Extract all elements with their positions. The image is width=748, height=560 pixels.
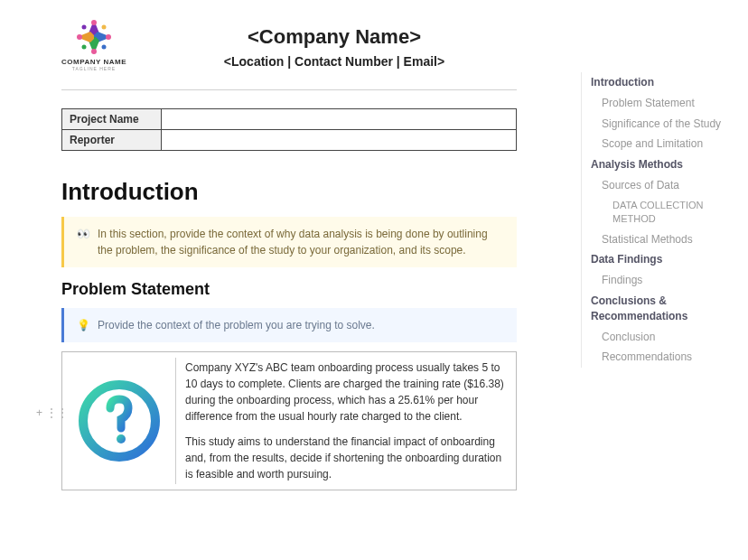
- add-block-button[interactable]: +: [36, 406, 42, 419]
- introduction-heading[interactable]: Introduction: [61, 178, 517, 206]
- toc-item[interactable]: Introduction: [582, 72, 739, 93]
- table-of-contents: IntroductionProblem StatementSignificanc…: [581, 72, 739, 368]
- problem-statement-content-block[interactable]: Company XYZ's ABC team onboarding proces…: [61, 351, 517, 490]
- svg-point-7: [82, 25, 87, 30]
- svg-point-6: [82, 45, 87, 50]
- table-row: Reporter: [62, 130, 517, 151]
- introduction-callout[interactable]: 👀 In this section, provide the context o…: [61, 217, 517, 267]
- question-mark-icon: [74, 376, 164, 466]
- svg-point-3: [77, 34, 82, 40]
- svg-point-5: [102, 45, 107, 50]
- svg-point-4: [102, 25, 107, 30]
- block-controls: + ⋮⋮: [36, 406, 68, 419]
- logo-tagline-text: TAGLINE HERE: [61, 66, 126, 71]
- problem-statement-heading[interactable]: Problem Statement: [61, 280, 517, 299]
- contact-line-placeholder[interactable]: <Location | Contact Number | Email>: [126, 54, 542, 69]
- svg-point-1: [106, 34, 111, 40]
- problem-body-p1: Company XYZ's ABC team onboarding proces…: [185, 359, 507, 425]
- eyes-icon: 👀: [77, 226, 90, 258]
- toc-item[interactable]: DATA COLLECTION METHOD: [582, 196, 739, 229]
- toc-item[interactable]: Statistical Methods: [582, 229, 739, 250]
- title-block: <Company Name> <Location | Contact Numbe…: [126, 18, 542, 69]
- project-name-label: Project Name: [62, 109, 162, 130]
- problem-body-p2: This study aims to understand the financ…: [185, 434, 507, 482]
- header-divider: [61, 89, 517, 90]
- logo-icon: [72, 18, 116, 56]
- table-row: Project Name: [62, 109, 517, 130]
- content-image-cell: [68, 358, 176, 484]
- content-text-cell[interactable]: Company XYZ's ABC team onboarding proces…: [182, 358, 510, 484]
- drag-handle-icon[interactable]: ⋮⋮: [46, 406, 68, 419]
- logo-company-text: COMPANY NAME: [61, 58, 126, 66]
- problem-statement-callout[interactable]: 💡 Provide the context of the problem you…: [61, 308, 517, 342]
- toc-item[interactable]: Findings: [582, 270, 739, 291]
- company-name-placeholder[interactable]: <Company Name>: [126, 25, 542, 49]
- svg-point-2: [91, 49, 97, 54]
- svg-point-0: [91, 20, 97, 25]
- toc-item[interactable]: Sources of Data: [582, 175, 739, 196]
- lightbulb-icon: 💡: [77, 317, 90, 333]
- toc-item[interactable]: Data Findings: [582, 249, 739, 270]
- project-info-table: Project Name Reporter: [61, 108, 517, 151]
- toc-item[interactable]: Conclusions & Recommendations: [582, 291, 739, 327]
- document-body: COMPANY NAME TAGLINE HERE <Company Name>…: [0, 0, 578, 490]
- toc-item[interactable]: Conclusion: [582, 327, 739, 348]
- toc-item[interactable]: Problem Statement: [582, 93, 739, 114]
- introduction-callout-text: In this section, provide the context of …: [98, 226, 504, 258]
- toc-item[interactable]: Significance of the Study: [582, 114, 739, 135]
- svg-point-9: [117, 434, 126, 443]
- toc-item[interactable]: Recommendations: [582, 347, 739, 368]
- company-logo: COMPANY NAME TAGLINE HERE: [61, 18, 126, 71]
- reporter-value[interactable]: [162, 130, 517, 151]
- problem-statement-callout-text: Provide the context of the problem you a…: [98, 317, 375, 333]
- reporter-label: Reporter: [62, 130, 162, 151]
- document-header: COMPANY NAME TAGLINE HERE <Company Name>…: [0, 18, 578, 71]
- project-name-value[interactable]: [162, 109, 517, 130]
- toc-item[interactable]: Scope and Limitation: [582, 134, 739, 154]
- toc-item[interactable]: Analysis Methods: [582, 154, 739, 175]
